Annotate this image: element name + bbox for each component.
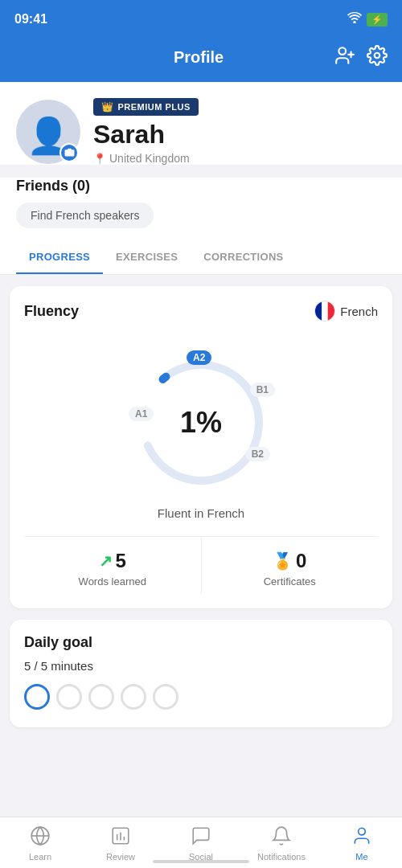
- fluency-card: Fluency French: [10, 286, 392, 608]
- notifications-icon: [271, 825, 292, 850]
- profile-top: 👤 👑 PREMIUM PLUS Sarah 📍 United Kingdom: [16, 98, 386, 165]
- goal-circle-4: [121, 684, 146, 710]
- svg-rect-7: [328, 302, 334, 321]
- nav-item-review[interactable]: Review: [80, 825, 161, 862]
- svg-point-16: [359, 828, 366, 835]
- profile-name: Sarah: [93, 121, 386, 149]
- social-icon: [191, 825, 211, 850]
- language-badge: French: [314, 301, 378, 321]
- review-label: Review: [106, 852, 135, 862]
- content-area: Fluency French: [0, 275, 402, 822]
- find-french-speakers-button[interactable]: Find French speakers: [16, 203, 154, 228]
- language-label: French: [340, 305, 378, 318]
- words-learned-label: Words learned: [79, 575, 146, 588]
- add-friend-button[interactable]: [334, 45, 355, 69]
- crown-icon: 👑: [101, 101, 114, 113]
- words-learned-value: 5: [116, 550, 126, 572]
- stats-row: ↗ 5 Words learned 🏅 0 Certificates: [24, 536, 378, 594]
- nav-item-me[interactable]: Me: [322, 825, 402, 862]
- status-icons: ⚡: [347, 12, 388, 27]
- status-time: 09:41: [14, 12, 47, 27]
- header: Profile: [0, 35, 402, 82]
- goal-circle-5: [153, 684, 178, 710]
- profile-info: 👑 PREMIUM PLUS Sarah 📍 United Kingdom: [93, 98, 386, 165]
- nav-item-social[interactable]: Social: [161, 825, 241, 862]
- learn-label: Learn: [29, 852, 51, 862]
- profile-section: 👤 👑 PREMIUM PLUS Sarah 📍 United Kingdom: [0, 82, 402, 165]
- settings-button[interactable]: [367, 45, 388, 69]
- words-learned-value-row: ↗ 5: [99, 550, 126, 572]
- notifications-label: Notifications: [257, 852, 306, 862]
- daily-goal-circles: [24, 684, 378, 713]
- stat-words-learned: ↗ 5 Words learned: [24, 537, 202, 594]
- me-label: Me: [355, 852, 367, 862]
- camera-button[interactable]: [59, 143, 79, 162]
- tab-progress[interactable]: PROGRESS: [16, 241, 103, 274]
- home-indicator: [153, 860, 249, 863]
- status-bar: 09:41 ⚡: [0, 0, 402, 35]
- goal-circle-1: [24, 684, 50, 710]
- location-icon: 📍: [93, 153, 106, 165]
- goal-circle-3: [88, 684, 114, 710]
- page-title: Profile: [63, 48, 334, 67]
- daily-goal-title: Daily goal: [24, 634, 378, 651]
- me-icon: [351, 825, 372, 850]
- friends-section: Friends (0) Find French speakers: [0, 178, 402, 241]
- certificates-value-row: 🏅 0: [273, 550, 306, 572]
- fluency-chart: A1 A2 B1 B2 1% Fluent in French: [24, 334, 378, 533]
- svg-point-3: [375, 53, 380, 59]
- learn-icon: [30, 825, 51, 850]
- tab-corrections[interactable]: CORRECTIONS: [191, 241, 296, 274]
- avatar-wrapper: 👤: [16, 100, 80, 164]
- trending-up-icon: ↗: [99, 551, 113, 571]
- french-flag-icon: [314, 301, 335, 321]
- certificate-icon: 🏅: [273, 551, 293, 571]
- fluency-circle-container: A1 A2 B1 B2 1%: [121, 342, 281, 503]
- friends-title: Friends (0): [16, 178, 386, 194]
- stat-certificates: 🏅 0 Certificates: [202, 537, 379, 594]
- certificates-label: Certificates: [264, 575, 316, 588]
- daily-goal-value: 5 / 5 minutes: [24, 659, 378, 673]
- certificates-value: 0: [296, 550, 306, 572]
- svg-point-0: [338, 47, 346, 55]
- review-icon: [110, 825, 131, 850]
- profile-location: 📍 United Kingdom: [93, 152, 386, 165]
- level-a2: A2: [187, 350, 211, 365]
- battery-icon: ⚡: [367, 13, 388, 27]
- svg-rect-5: [315, 302, 322, 321]
- fluency-percent: 1%: [180, 406, 222, 440]
- nav-item-learn[interactable]: Learn: [0, 825, 80, 862]
- wifi-icon: [347, 12, 362, 27]
- header-actions: [334, 45, 388, 69]
- tabs: PROGRESS EXERCISES CORRECTIONS: [0, 241, 402, 275]
- premium-badge: 👑 PREMIUM PLUS: [93, 98, 199, 116]
- goal-circle-2: [56, 684, 82, 710]
- fluency-percent-container: 1%: [180, 406, 222, 440]
- daily-goal-card: Daily goal 5 / 5 minutes: [10, 620, 392, 727]
- tab-exercises[interactable]: EXERCISES: [103, 241, 191, 274]
- level-a1: A1: [129, 407, 154, 421]
- fluency-title: Fluency: [24, 303, 79, 320]
- level-b1: B1: [250, 383, 275, 397]
- level-b2: B2: [245, 447, 270, 461]
- nav-spacer: [10, 739, 392, 811]
- nav-item-notifications[interactable]: Notifications: [241, 825, 322, 862]
- svg-rect-6: [322, 302, 328, 321]
